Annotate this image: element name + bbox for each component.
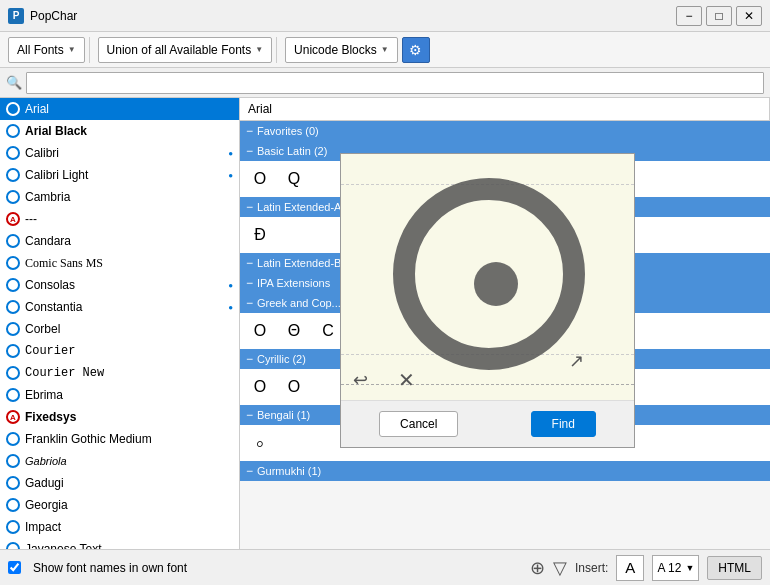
window-controls: − □ ✕ [676, 6, 762, 26]
font-name: --- [25, 212, 233, 226]
font-list-item[interactable]: Georgia [0, 494, 239, 516]
font-icon [6, 168, 20, 182]
draw-buttons: Cancel Find [341, 401, 634, 447]
char-cell[interactable]: О [244, 371, 276, 403]
unicode-dropdown[interactable]: Unicode Blocks ▼ [285, 37, 398, 63]
app-title: PopChar [30, 9, 676, 23]
char-cell[interactable]: O [244, 163, 276, 195]
union-dropdown[interactable]: Union of all Available Fonts ▼ [98, 37, 272, 63]
font-list-item[interactable]: Franklin Gothic Medium [0, 428, 239, 450]
find-button[interactable]: Find [531, 411, 596, 437]
font-icon [6, 388, 20, 402]
font-icon [6, 322, 20, 336]
gear-icon: ⚙ [409, 42, 422, 58]
font-icon [6, 234, 20, 248]
font-name: Consolas [25, 278, 224, 292]
char-cell[interactable]: ০ [244, 427, 276, 459]
font-list-item[interactable]: Cambria [0, 186, 239, 208]
font-list-item[interactable]: Calibri Light● [0, 164, 239, 186]
char-search-icon[interactable]: ⊕ [530, 557, 545, 579]
drawn-character [341, 154, 636, 403]
font-list-item[interactable]: Candara [0, 230, 239, 252]
section-label: IPA Extensions [257, 277, 330, 289]
font-list-item[interactable]: Constantia● [0, 296, 239, 318]
font-name: Constantia [25, 300, 224, 314]
html-button[interactable]: HTML [707, 556, 762, 580]
all-fonts-dropdown[interactable]: All Fonts ▼ [8, 37, 85, 63]
font-name: Franklin Gothic Medium [25, 432, 233, 446]
section-header[interactable]: −Gurmukhi (1) [240, 461, 770, 481]
font-list-item[interactable]: Ebrima [0, 384, 239, 406]
font-list-item[interactable]: Calibri● [0, 142, 239, 164]
font-list-item[interactable]: Arial Black [0, 120, 239, 142]
section-label: Gurmukhi (1) [257, 465, 321, 477]
font-list-item[interactable]: Javanese Text [0, 538, 239, 549]
char-cell[interactable]: Đ [244, 219, 276, 251]
font-list-item[interactable]: Impact [0, 516, 239, 538]
font-name: Gadugi [25, 476, 233, 490]
char-cell[interactable]: Θ [278, 315, 310, 347]
font-list-item[interactable]: Courier New [0, 362, 239, 384]
section-header[interactable]: −Favorites (0) [240, 121, 770, 141]
char-cell[interactable]: Ο [278, 371, 310, 403]
font-name: Gabriola [25, 455, 233, 467]
section-label: Cyrillic (2) [257, 353, 306, 365]
font-list-item[interactable]: Arial [0, 98, 239, 120]
font-name: Cambria [25, 190, 233, 204]
draw-canvas[interactable]: ↩ ✕ ↗ [341, 154, 634, 401]
char-next-icon[interactable]: ▽ [553, 557, 567, 579]
font-name: Comic Sans MS [25, 256, 233, 271]
font-list-item[interactable]: AFixedsys [0, 406, 239, 428]
collapse-icon: − [246, 200, 253, 214]
collapse-icon: − [246, 464, 253, 478]
font-list-item[interactable]: Comic Sans MS [0, 252, 239, 274]
font-search-input[interactable] [26, 72, 764, 94]
font-list-item[interactable]: Consolas● [0, 274, 239, 296]
font-badge: ● [228, 149, 233, 158]
font-list-item[interactable]: Corbel [0, 318, 239, 340]
minimize-button[interactable]: − [676, 6, 702, 26]
font-name: Calibri Light [25, 168, 224, 182]
collapse-icon: − [246, 408, 253, 422]
font-tab: Arial [240, 98, 770, 121]
font-list-item[interactable]: Gabriola [0, 450, 239, 472]
font-icon [6, 278, 20, 292]
font-name: Courier New [25, 366, 233, 380]
font-list-item[interactable]: A--- [0, 208, 239, 230]
font-icon: A [6, 410, 20, 424]
char-cell[interactable]: Q [278, 163, 310, 195]
font-name: Fixedsys [25, 410, 233, 424]
section-label: Latin Extended-A [257, 201, 341, 213]
maximize-button[interactable]: □ [706, 6, 732, 26]
font-list-item[interactable]: Courier [0, 340, 239, 362]
font-icon [6, 102, 20, 116]
font-badge: ● [228, 171, 233, 180]
font-name: Javanese Text [25, 542, 233, 549]
char-cell[interactable]: Ο [244, 315, 276, 347]
font-icon [6, 124, 20, 138]
font-list-item[interactable]: Gadugi [0, 472, 239, 494]
font-badge: ● [228, 281, 233, 290]
title-bar: P PopChar − □ ✕ [0, 0, 770, 32]
font-name: Impact [25, 520, 233, 534]
clear-button[interactable]: ✕ [398, 368, 415, 392]
collapse-icon: − [246, 144, 253, 158]
char-display: A [616, 555, 644, 581]
font-name: Courier [25, 344, 233, 358]
collapse-icon: − [246, 256, 253, 270]
undo-button[interactable]: ↩ [353, 369, 368, 391]
status-bar: Show font names in own font ⊕ ▽ Insert: … [0, 549, 770, 585]
settings-button[interactable]: ⚙ [402, 37, 430, 63]
cancel-button[interactable]: Cancel [379, 411, 458, 437]
own-font-label: Show font names in own font [33, 561, 187, 575]
union-arrow: ▼ [255, 45, 263, 54]
fonts-arrow: ▼ [68, 45, 76, 54]
close-button[interactable]: ✕ [736, 6, 762, 26]
section-label: Basic Latin (2) [257, 145, 327, 157]
size-dropdown[interactable]: A 12 ▼ [652, 555, 699, 581]
own-font-checkbox[interactable] [8, 561, 21, 574]
svg-point-1 [474, 262, 518, 306]
font-name: Georgia [25, 498, 233, 512]
font-icon [6, 454, 20, 468]
main-layout: ArialArial BlackCalibri●Calibri Light●Ca… [0, 98, 770, 549]
